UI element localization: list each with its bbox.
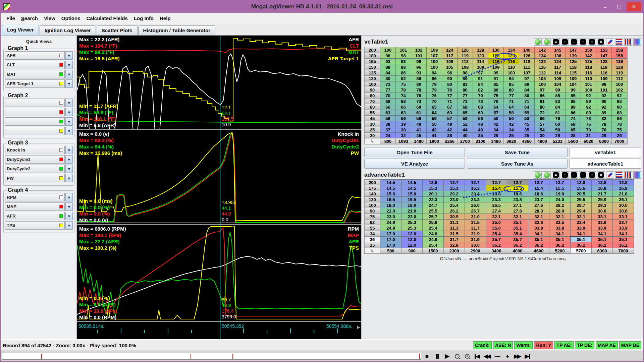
advance-table-cell[interactable]: 25.5	[570, 196, 592, 202]
ve-table-cell[interactable]: 86	[565, 98, 581, 104]
advance-table-cell[interactable]: 33.0	[465, 242, 486, 248]
ve-table-cell[interactable]: 39	[395, 121, 411, 127]
advance-table-cell[interactable]: 15.6	[570, 185, 592, 191]
ve-table-cell[interactable]: 128	[611, 64, 627, 70]
ve-table-cell[interactable]: 101	[596, 87, 612, 93]
ve-table-cell[interactable]: 115	[565, 70, 581, 76]
ve-table-cell[interactable]: 58	[550, 127, 566, 133]
channel-select-mat[interactable]: MAT	[5, 70, 65, 78]
ve-table-cell[interactable]: 104	[565, 81, 581, 87]
menu-log-info[interactable]: Log Info	[131, 14, 157, 22]
chevron-down-icon[interactable]: ▼	[65, 146, 73, 154]
ve-table-cell[interactable]: 76	[442, 87, 458, 93]
ve-table-cell[interactable]: 42	[503, 121, 519, 127]
ve-table-cell[interactable]: 64	[488, 104, 504, 110]
menu-options[interactable]: Options	[58, 14, 84, 22]
ve-table-cell[interactable]: 28	[565, 132, 581, 138]
advance-table-cell[interactable]: 24.0	[549, 196, 571, 202]
ve-table-cell[interactable]: 88	[380, 64, 396, 70]
ve-table-cell[interactable]: 29	[488, 132, 504, 138]
advance-table-cell[interactable]: 15.3	[422, 185, 444, 191]
fast-forward-button[interactable]: ▶▶	[513, 352, 523, 360]
ve-table-cell[interactable]: 119	[457, 53, 473, 59]
ve-table-cell[interactable]: 78	[411, 87, 427, 93]
advance-table-col-header[interactable]: 3400	[486, 248, 507, 254]
advance-table-col-header[interactable]: 900	[401, 248, 423, 254]
advance-table-cell[interactable]: 35.1	[612, 236, 634, 242]
ve-table-cell[interactable]: 108	[457, 64, 473, 70]
ve-table-row-header[interactable]: 90	[364, 87, 380, 93]
ve-table-cell[interactable]: 109	[565, 75, 581, 81]
advance-table-cell[interactable]: 28.2	[549, 202, 571, 208]
advance-table-cell[interactable]: 23.0	[380, 214, 401, 220]
ve-table-cell[interactable]: 60	[550, 121, 566, 127]
ve-table-col-header[interactable]: 4360	[519, 138, 535, 144]
ve-table-row-header[interactable]: 20	[364, 132, 380, 138]
ve-table-cell[interactable]: 98	[596, 81, 612, 87]
log-graphs-area[interactable]: Max = 22.2 (AFR)Max = 194.7 (°F)Max = 99…	[77, 36, 362, 339]
ve-table-cell[interactable]: 41	[411, 127, 427, 133]
ve-table-cell[interactable]: 112	[534, 70, 550, 76]
ve-table-cell[interactable]: 63	[395, 110, 411, 116]
channel-select-knock-in[interactable]: Knock in	[5, 146, 65, 154]
advance-table-cell[interactable]: 20.2	[443, 191, 465, 197]
ve-table-cell[interactable]: 105	[442, 64, 458, 70]
ve-table-cell[interactable]: 56	[411, 115, 427, 121]
advance-table-cell[interactable]: 31.1	[443, 219, 465, 225]
ve-table-cell[interactable]: 84	[519, 87, 535, 93]
advance-table-cell[interactable]: 35.7	[486, 236, 507, 242]
save-tune-as-button[interactable]: Save Tune As	[467, 159, 568, 169]
ve-table-cell[interactable]: 38	[442, 132, 458, 138]
advance-table-cell[interactable]: 32.1	[570, 214, 592, 220]
ve-table-cell[interactable]: 147	[596, 53, 612, 59]
ve-table-row-header[interactable]: 55	[364, 110, 380, 116]
advance-table-col-header[interactable]: 5700	[570, 248, 592, 254]
advance-table-row-header[interactable]: 55	[364, 225, 380, 231]
channel-select-dutycycle1[interactable]: DutyCycle1	[5, 155, 65, 164]
advance-table-cell[interactable]: 36.2	[570, 242, 592, 248]
ve-table-cell[interactable]: 118	[596, 64, 612, 70]
advance-table-col-header[interactable]: 1500	[422, 248, 444, 254]
play-button[interactable]: ▶	[442, 352, 452, 360]
ve-table-cell[interactable]: 118	[565, 64, 581, 70]
chevron-down-icon[interactable]: ▼	[65, 165, 73, 173]
ve-table-cell[interactable]: 110	[581, 75, 596, 81]
advance-table-cell[interactable]: 33.9	[528, 225, 549, 231]
ve-table-cell[interactable]: 153	[596, 47, 612, 53]
pencil-icon[interactable]	[606, 171, 614, 179]
chevron-down-icon[interactable]: ▼	[65, 155, 73, 164]
ve-table-cell[interactable]: 91	[488, 75, 504, 81]
ve-table-col-header[interactable]: 800	[380, 138, 396, 144]
advance-table-cell[interactable]: 12.7	[443, 179, 465, 185]
advance-table-cell[interactable]: 17.0	[380, 236, 401, 242]
advance-table-cell[interactable]: 24.9	[380, 219, 401, 225]
ve-table-cell[interactable]: 90	[611, 104, 627, 110]
ve-table-cell[interactable]: 50	[488, 115, 504, 121]
chevron-down-icon[interactable]: ▼	[65, 70, 73, 78]
ve-table-cell[interactable]: 130	[488, 47, 504, 53]
ve-table-cell[interactable]: 41	[426, 132, 442, 138]
ve-table-cell[interactable]: 83	[457, 81, 473, 87]
ve-table-col-header[interactable]: 1900	[426, 138, 442, 144]
advance-table-row-header[interactable]: 175	[364, 185, 380, 191]
ve-table-cell[interactable]: 99	[565, 87, 581, 93]
ve-table-cell[interactable]: 134	[534, 53, 550, 59]
ve-table-cell[interactable]: 75	[395, 81, 411, 87]
advance-table-cell[interactable]: 20.4	[465, 191, 486, 197]
open-tune-file-button[interactable]: Open Tune File	[364, 147, 465, 157]
ve-table-cell[interactable]: 78	[596, 127, 612, 133]
ve-table-cell[interactable]: 85	[550, 93, 566, 99]
advance-table-cell[interactable]: 25.5	[422, 208, 444, 214]
ve-table-cell[interactable]: 109	[473, 64, 488, 70]
advance-table-cell[interactable]: 16.5	[380, 196, 401, 202]
ve-table-cell[interactable]: 85	[565, 93, 581, 99]
advance-table-cell[interactable]: 30.9	[443, 214, 465, 220]
green-down-icon[interactable]: ↓	[543, 171, 551, 179]
ve-table-cell[interactable]: 45	[411, 132, 427, 138]
ve-table-cell[interactable]: 93	[395, 58, 411, 64]
advance-table-cell[interactable]: 24.9	[422, 236, 444, 242]
advance-table-cell[interactable]: 12.0	[401, 231, 423, 237]
advance-table-row-header[interactable]: 140	[364, 191, 380, 197]
advance-table-cell[interactable]: 23.0	[401, 214, 423, 220]
advance-table-cell[interactable]: 33.9	[591, 225, 613, 231]
